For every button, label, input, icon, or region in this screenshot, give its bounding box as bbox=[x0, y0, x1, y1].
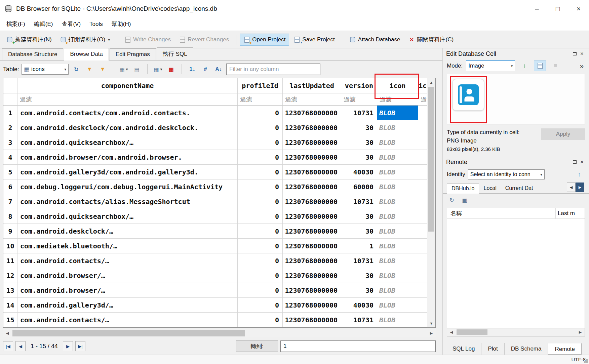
dock-tab-plot[interactable]: Plot bbox=[481, 343, 504, 355]
cell-version[interactable]: 10731 bbox=[341, 313, 377, 327]
cell-profileId[interactable]: 0 bbox=[238, 150, 283, 165]
horizontal-scroll-thumb[interactable] bbox=[12, 330, 245, 336]
cell-profileId[interactable]: 0 bbox=[238, 224, 283, 239]
cell-icon-blob[interactable]: BLOB bbox=[377, 194, 418, 209]
cell-partial[interactable] bbox=[418, 313, 427, 327]
sort-numeric-button[interactable]: 1↓ bbox=[187, 64, 198, 75]
remote-list-body[interactable] bbox=[447, 219, 585, 328]
table-row[interactable]: 2 com.android.deskclock/com.android.desk… bbox=[3, 120, 427, 135]
vertical-scroll-track[interactable] bbox=[427, 86, 435, 319]
remote-tab-dbhub[interactable]: DBHub.io bbox=[447, 183, 479, 194]
scroll-left-icon[interactable]: ◀ bbox=[3, 329, 12, 337]
menu-edit[interactable]: 編輯(E) bbox=[30, 17, 57, 31]
remote-tab-current-database[interactable]: Current Dat bbox=[501, 183, 538, 193]
table-row[interactable]: 6 com.debug.loggerui/com.debug.loggerui.… bbox=[3, 179, 427, 194]
row-number-cell[interactable]: 1 bbox=[3, 106, 17, 120]
row-number-cell[interactable]: 2 bbox=[3, 120, 17, 135]
cell-lastUpdated[interactable]: 1230768000000 bbox=[283, 120, 341, 135]
last-page-button[interactable]: ▶| bbox=[75, 341, 85, 351]
revert-changes-button[interactable]: Revert Changes bbox=[175, 34, 233, 46]
row-number-cell[interactable]: 8 bbox=[3, 209, 17, 224]
identity-selector[interactable]: Select an identity to conne ▾ bbox=[468, 169, 545, 179]
row-number-cell[interactable]: 11 bbox=[3, 253, 17, 268]
cell-icon-blob[interactable]: BLOB bbox=[377, 120, 418, 135]
cell-profileId[interactable]: 0 bbox=[238, 239, 283, 253]
table-selector[interactable]: ▦ icons ▾ bbox=[22, 64, 69, 75]
cell-icon-blob[interactable]: BLOB bbox=[377, 313, 418, 327]
tab-execute-sql[interactable]: 執行 SQL bbox=[157, 47, 193, 60]
cell-partial[interactable] bbox=[418, 209, 427, 224]
cell-lastUpdated[interactable]: 1230768000000 bbox=[283, 239, 341, 253]
column-header-icon[interactable]: icon bbox=[377, 78, 418, 93]
cell-profileId[interactable]: 0 bbox=[238, 135, 283, 150]
table-row[interactable]: 15 com.android.contacts/… 0 123076800000… bbox=[3, 313, 427, 327]
table-row[interactable]: 1 com.android.contacts/com.android.conta… bbox=[3, 106, 427, 120]
filter-input-version[interactable]: 過濾 bbox=[341, 93, 377, 106]
filter-input-componentName[interactable]: 過濾 bbox=[17, 93, 238, 106]
cell-partial[interactable] bbox=[418, 253, 427, 268]
cell-profileId[interactable]: 0 bbox=[238, 106, 283, 120]
horizontal-scroll-track[interactable] bbox=[12, 329, 427, 337]
encoding-button[interactable]: # bbox=[200, 64, 211, 75]
write-changes-button[interactable]: Write Changes bbox=[121, 34, 174, 46]
cell-profileId[interactable]: 0 bbox=[238, 165, 283, 179]
cell-version[interactable]: 10731 bbox=[341, 253, 377, 268]
row-number-cell[interactable]: 12 bbox=[3, 268, 17, 283]
cell-partial[interactable] bbox=[418, 194, 427, 209]
filter-input-icon[interactable]: 過濾 bbox=[377, 93, 418, 106]
column-header-version[interactable]: version bbox=[341, 78, 377, 93]
cell-componentName[interactable]: com.android.quicksearchbox/… bbox=[17, 209, 238, 224]
row-number-cell[interactable]: 14 bbox=[3, 298, 17, 313]
open-project-button[interactable]: ▸ Open Project bbox=[240, 34, 289, 46]
cell-componentName[interactable]: com.android.deskclock/… bbox=[17, 224, 238, 239]
table-row[interactable]: 12 com.android.browser/… 0 1230768000000… bbox=[3, 268, 427, 283]
global-filter-input[interactable] bbox=[226, 64, 320, 75]
cell-version[interactable]: 30 bbox=[341, 120, 377, 135]
cell-lastUpdated[interactable]: 1230768000000 bbox=[283, 194, 341, 209]
cell-icon-blob[interactable]: BLOB bbox=[377, 239, 418, 253]
cell-lastUpdated[interactable]: 1230768000000 bbox=[283, 150, 341, 165]
cell-partial[interactable] bbox=[418, 150, 427, 165]
row-number-cell[interactable]: 5 bbox=[3, 165, 17, 179]
cell-componentName[interactable]: com.mediatek.bluetooth/… bbox=[17, 239, 238, 253]
open-database-button[interactable]: ▸ 打開資料庫(O) ▾ bbox=[56, 33, 114, 46]
close-database-button[interactable]: × 關閉資料庫(C) bbox=[405, 33, 458, 46]
cell-componentName[interactable]: com.android.browser/… bbox=[17, 283, 238, 298]
cell-partial[interactable] bbox=[418, 179, 427, 194]
cell-icon-blob[interactable]: BLOB bbox=[377, 106, 418, 120]
tab-scroll-right-icon[interactable]: ▶ bbox=[576, 183, 584, 192]
cell-partial[interactable] bbox=[418, 283, 427, 298]
sort-alpha-button[interactable]: A↓ bbox=[213, 64, 224, 75]
cell-lastUpdated[interactable]: 1230768000000 bbox=[283, 253, 341, 268]
row-number-cell[interactable]: 15 bbox=[3, 313, 17, 327]
cell-profileId[interactable]: 0 bbox=[238, 194, 283, 209]
table-row[interactable]: 13 com.android.browser/… 0 1230768000000… bbox=[3, 283, 427, 298]
scroll-right-icon[interactable]: ▶ bbox=[427, 329, 436, 337]
cell-lastUpdated[interactable]: 1230768000000 bbox=[283, 209, 341, 224]
cell-componentName[interactable]: com.android.browser/com.android.browser. bbox=[17, 150, 238, 165]
float-dock-button[interactable] bbox=[571, 159, 578, 165]
mode-selector[interactable]: Image ▾ bbox=[466, 60, 515, 71]
clear-all-filters-button[interactable]: ▼ bbox=[84, 64, 95, 75]
cell-lastUpdated[interactable]: 1230768000000 bbox=[283, 165, 341, 179]
cell-icon-blob[interactable]: BLOB bbox=[377, 283, 418, 298]
attach-database-button[interactable]: Attach Database bbox=[346, 34, 404, 46]
cell-profileId[interactable]: 0 bbox=[238, 179, 283, 194]
close-dock-button[interactable]: × bbox=[578, 50, 586, 57]
maximize-button[interactable]: □ bbox=[547, 0, 568, 17]
first-page-button[interactable]: |◀ bbox=[3, 341, 13, 351]
filter-input-partial[interactable]: 過濾 bbox=[418, 93, 427, 106]
cell-version[interactable]: 10731 bbox=[341, 194, 377, 209]
cell-profileId[interactable]: 0 bbox=[238, 283, 283, 298]
open-database-dropdown-icon[interactable]: ▾ bbox=[108, 37, 110, 42]
menu-view[interactable]: 查看(V) bbox=[57, 17, 85, 31]
table-row[interactable]: 9 com.android.deskclock/… 0 123076800000… bbox=[3, 224, 427, 239]
cell-partial[interactable] bbox=[418, 268, 427, 283]
cell-partial[interactable] bbox=[418, 106, 427, 120]
cell-icon-blob[interactable]: BLOB bbox=[377, 150, 418, 165]
cell-version[interactable]: 30 bbox=[341, 150, 377, 165]
word-wrap-button[interactable]: ≡ bbox=[549, 60, 561, 71]
new-record-button[interactable]: ▦ ▾ bbox=[118, 64, 129, 75]
filter-input-lastUpdated[interactable]: 過濾 bbox=[283, 93, 341, 106]
column-header-componentName[interactable]: componentName bbox=[17, 78, 238, 93]
